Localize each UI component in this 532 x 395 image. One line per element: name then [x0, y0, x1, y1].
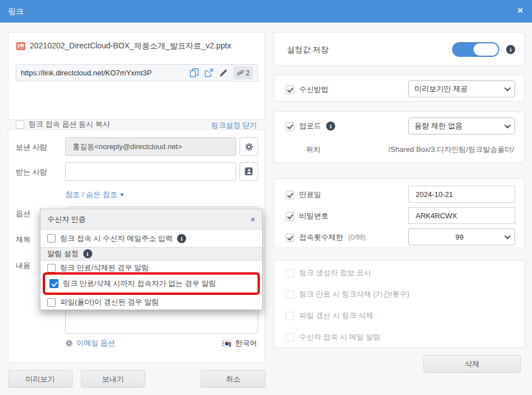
popup-header: 수신자 인증 ×: [40, 209, 262, 230]
close-icon[interactable]: ×: [517, 5, 523, 16]
restrictions-card: 만료일 비밀번호 접속횟수제한 (0/99) 99: [274, 178, 525, 248]
access-limit-select[interactable]: 99: [408, 228, 515, 245]
popup-title: 수신자 인증: [47, 214, 250, 225]
receive-method-label: 수신방법: [299, 84, 328, 95]
upload-checkbox[interactable]: [286, 122, 294, 131]
password-label: 비밀번호: [299, 211, 328, 221]
copy-option-label: 링크 접속 옵션 동시 복사: [29, 119, 110, 129]
notify-updated-label: 파일(폴더)이 갱신된 경우 알림: [60, 297, 159, 307]
file-name: 20210202_DirectCloud-BOX_제품소개_발표자료_v2.pp…: [30, 41, 231, 51]
expiry-checkbox[interactable]: [286, 191, 294, 199]
link-info-card: 20210202_DirectCloud-BOX_제품소개_발표자료_v2.pp…: [8, 32, 265, 120]
access-limit-label: 접속횟수제한: [299, 232, 343, 243]
link-count: 2: [246, 69, 250, 77]
receive-method-checkbox[interactable]: [286, 86, 294, 94]
address-book-button[interactable]: [240, 162, 258, 181]
location-label: 위치: [306, 145, 321, 155]
notify-expired-checkbox[interactable]: [47, 264, 56, 272]
expiry-date-input[interactable]: [408, 186, 515, 203]
notify-no-access-label: 링크 만료/삭제 시까지 접속자가 없는 경우 알림: [63, 279, 216, 289]
subject-label: 제목: [16, 235, 30, 245]
require-email-checkbox[interactable]: [47, 234, 56, 243]
language-selector[interactable]: 한국어: [222, 338, 257, 348]
cc-bcc-link[interactable]: 참조 / 숨은 참조: [65, 190, 124, 200]
preview-button[interactable]: 미리보기: [8, 370, 73, 388]
delete-on-update-label: 파일 갱신 시 링크 삭제: [299, 311, 373, 321]
pptx-file-icon: [16, 41, 26, 51]
email-options-link[interactable]: 이메일 옵션: [65, 338, 115, 348]
body-label: 내용: [16, 261, 30, 271]
sender-label: 보낸 사람: [16, 142, 47, 152]
link-url[interactable]: https://link.directcloud.net/KO7mYxmt3P: [21, 69, 184, 77]
chevron-down-icon: [504, 85, 511, 91]
mail-on-access-checkbox[interactable]: [286, 333, 294, 342]
upload-info-icon[interactable]: i: [326, 122, 335, 131]
delete-on-update-checkbox[interactable]: [286, 312, 294, 320]
password-input[interactable]: [408, 207, 515, 224]
notify-expired-label: 링크 만료/삭제된 경우 알림: [60, 263, 148, 273]
delete-on-expire-checkbox[interactable]: [286, 290, 294, 299]
save-settings-label: 설정값 저장: [287, 45, 328, 55]
extra-options-card: 링크 생성자 정보 표시 링크 만료 시 링크삭제 (기간/횟수) 파일 갱신 …: [274, 260, 525, 348]
copy-option-checkbox[interactable]: [16, 120, 24, 129]
link-count-badge[interactable]: 2: [233, 66, 253, 79]
mail-on-access-label: 수신자 접속 시 메일 알림: [299, 332, 380, 342]
chevron-down-icon: [504, 233, 511, 239]
password-checkbox[interactable]: [286, 212, 294, 221]
require-email-label: 링크 접속 시 수신자 메일주소 입력: [60, 234, 173, 244]
recipient-auth-popup: 수신자 인증 × 링크 접속 시 수신자 메일주소 입력 i 알림 설정 i 링…: [40, 209, 263, 310]
notify-no-access-checkbox[interactable]: [49, 279, 58, 288]
sender-input[interactable]: [65, 137, 236, 156]
receive-method-card: 수신방법 미리보기만 제공: [274, 75, 525, 102]
notification-section-header: 알림 설정 i: [40, 247, 262, 261]
location-value: /Shared Box/3.디자인팀/링크발송폴더/: [389, 145, 514, 155]
receive-method-select[interactable]: 미리보기만 제공: [408, 80, 515, 97]
toggle-knob: [474, 43, 498, 56]
access-limit-count: (0/99): [348, 234, 366, 241]
recipient-label: 받는 사람: [16, 167, 47, 177]
dialog-title: 링크: [8, 7, 24, 17]
send-button[interactable]: 보내기: [81, 370, 145, 388]
link-url-bar: https://link.directcloud.net/KO7mYxmt3P …: [16, 64, 258, 82]
upload-card: 업로드 i 용량 제한 없음 위치 /Shared Box/3.디자인팀/링크발…: [274, 111, 525, 163]
dialog-titlebar: 링크 ×: [0, 0, 532, 23]
edit-pencil-icon[interactable]: [219, 68, 228, 78]
upload-label: 업로드: [299, 121, 321, 131]
save-settings-info-icon[interactable]: i: [506, 45, 515, 54]
notify-updated-checkbox[interactable]: [47, 298, 56, 307]
popup-close-icon[interactable]: ×: [250, 214, 255, 224]
recipient-input[interactable]: [65, 162, 236, 181]
save-settings-card: 설정값 저장 i: [274, 32, 525, 66]
delete-on-expire-label: 링크 만료 시 링크삭제 (기간/횟수): [299, 289, 409, 299]
chevron-down-icon: [504, 122, 511, 128]
upload-limit-select[interactable]: 용량 제한 없음: [408, 118, 515, 134]
delete-button[interactable]: 삭제: [423, 355, 521, 373]
korean-flag-icon: [222, 340, 232, 347]
creator-info-checkbox[interactable]: [286, 269, 294, 277]
notification-info-icon[interactable]: i: [83, 249, 92, 258]
option-label: 옵션: [16, 209, 30, 219]
sender-settings-button[interactable]: [240, 137, 258, 156]
require-email-info-icon[interactable]: i: [177, 234, 186, 243]
expiry-label: 만료일: [299, 190, 321, 200]
chevron-down-icon: [120, 194, 124, 196]
save-settings-toggle[interactable]: [452, 42, 499, 57]
access-limit-checkbox[interactable]: [286, 234, 294, 242]
copy-icon[interactable]: [190, 68, 199, 78]
open-external-icon[interactable]: [204, 68, 214, 78]
creator-info-label: 링크 생성자 정보 표시: [299, 268, 371, 278]
highlighted-option: 링크 만료/삭제 시까지 접속자가 없는 경우 알림: [43, 272, 260, 295]
cancel-button[interactable]: 취소: [201, 370, 265, 388]
